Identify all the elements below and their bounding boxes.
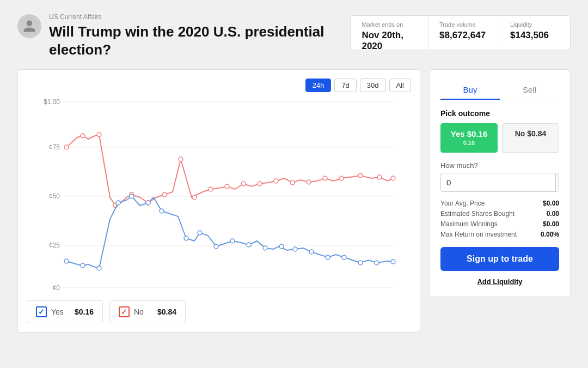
stat-roi: Max Return on investment 0.00% [440, 231, 559, 238]
svg-point-34 [116, 201, 120, 205]
how-much-label: How much? [440, 161, 559, 170]
time-button-all[interactable]: All [389, 79, 411, 92]
avatar [17, 14, 41, 38]
svg-point-23 [274, 179, 278, 183]
outcome-buttons: Yes $0.160.16 No $0.84 [440, 123, 559, 153]
yes-checkbox: ✓ [36, 306, 47, 317]
time-button-24h[interactable]: 24h [305, 79, 332, 92]
liquidity-value: $143,506 [510, 30, 559, 41]
yes-outcome-button[interactable]: Yes $0.160.16 [440, 123, 498, 153]
svg-point-30 [391, 176, 395, 180]
svg-point-47 [326, 255, 330, 260]
svg-point-45 [293, 247, 297, 251]
market-ends-label: Market ends on [362, 21, 417, 28]
stat-avg-price: Your Avg. Price $0.00 [440, 200, 559, 207]
pick-outcome-label: Pick outcome [440, 109, 559, 118]
svg-point-22 [258, 182, 262, 186]
svg-point-26 [323, 176, 327, 180]
stat-shares-label: Estimated Shares Bought [440, 210, 514, 218]
svg-point-24 [290, 180, 295, 185]
no-tag-label: No [134, 307, 144, 316]
stat-roi-value: 0.00% [541, 231, 559, 238]
svg-point-39 [198, 231, 202, 235]
no-outcome-tag: ✓ No $0.84 [109, 300, 186, 323]
trade-panel: Buy Sell Pick outcome Yes $0.160.16 No $… [429, 69, 571, 297]
svg-point-36 [146, 201, 150, 205]
chart-svg: $1.00 ¢75 ¢50 ¢25 ¢0 [27, 96, 411, 293]
svg-point-32 [81, 263, 85, 268]
no-checkbox: ✓ [119, 306, 130, 317]
svg-point-42 [247, 243, 251, 247]
stat-avg-price-label: Your Avg. Price [440, 200, 485, 207]
time-button-7d[interactable]: 7d [334, 79, 356, 92]
svg-point-20 [225, 184, 229, 189]
stat-shares: Estimated Shares Bought 0.00 [440, 210, 559, 218]
svg-point-35 [130, 194, 134, 198]
svg-point-25 [307, 180, 311, 184]
category-label: US Current Affairs [49, 13, 350, 21]
add-liquidity-link[interactable]: Add Liquidity [440, 277, 559, 286]
yes-tag-label: Yes [51, 307, 64, 316]
yes-outcome-tag: ✓ Yes $0.16 [27, 300, 103, 323]
no-tag-price: $0.84 [157, 307, 176, 316]
market-ends-value: Nov 20th, 2020 [362, 30, 417, 50]
svg-point-40 [214, 244, 218, 249]
chart-area: $1.00 ¢75 ¢50 ¢25 ¢0 [27, 96, 411, 293]
market-ends-stat: Market ends on Nov 20th, 2020 [351, 16, 428, 50]
amount-input[interactable] [441, 173, 555, 191]
stat-roi-label: Max Return on investment [440, 231, 517, 238]
svg-text:¢0: ¢0 [53, 284, 60, 292]
page-title: Will Trump win the 2020 U.S. presidentia… [49, 23, 350, 58]
svg-point-46 [309, 250, 314, 254]
tab-sell[interactable]: Sell [500, 81, 559, 100]
trade-volume-value: $8,672,647 [439, 30, 488, 41]
stat-max-winnings-label: Maximum Winnings [440, 220, 498, 228]
svg-point-28 [358, 173, 363, 178]
stat-max-winnings-value: $0.00 [543, 220, 559, 228]
main-content: 24h 7d 30d All $1.00 ¢75 ¢50 ¢25 ¢0 [17, 69, 571, 333]
amount-input-row: USDC [440, 173, 559, 192]
trade-volume-stat: Trade volume $8,672,647 [428, 16, 499, 50]
time-button-30d[interactable]: 30d [360, 79, 386, 92]
svg-point-21 [241, 182, 246, 186]
svg-point-18 [192, 195, 197, 200]
svg-point-33 [97, 266, 101, 270]
stat-shares-value: 0.00 [547, 210, 559, 218]
svg-text:¢75: ¢75 [49, 143, 60, 151]
svg-point-27 [339, 176, 344, 180]
svg-point-29 [377, 175, 382, 179]
trade-stats: Your Avg. Price $0.00 Estimated Shares B… [440, 200, 559, 238]
svg-point-51 [391, 260, 395, 264]
svg-text:¢50: ¢50 [49, 192, 60, 200]
svg-point-38 [184, 236, 188, 240]
svg-point-31 [64, 259, 69, 263]
bottom-outcome-bar: ✓ Yes $0.16 ✓ No $0.84 [27, 300, 411, 323]
tab-buy[interactable]: Buy [440, 81, 500, 100]
liquidity-label: Liquidity [510, 21, 559, 28]
stat-avg-price-value: $0.00 [543, 200, 559, 207]
stat-max-winnings: Maximum Winnings $0.00 [440, 220, 559, 228]
chart-controls: 24h 7d 30d All [27, 79, 411, 92]
no-outcome-button[interactable]: No $0.84 [502, 123, 559, 153]
svg-point-12 [97, 132, 101, 137]
page-header: US Current Affairs Will Trump win the 20… [17, 13, 571, 58]
svg-point-41 [230, 239, 235, 243]
svg-point-48 [342, 255, 346, 260]
svg-text:¢25: ¢25 [49, 242, 60, 249]
svg-point-16 [162, 192, 167, 197]
svg-point-17 [179, 157, 183, 161]
market-stats: Market ends on Nov 20th, 2020 Trade volu… [350, 15, 571, 50]
svg-point-37 [160, 209, 164, 213]
trade-tabs: Buy Sell [440, 81, 559, 100]
svg-point-11 [81, 134, 85, 138]
svg-point-10 [64, 145, 69, 149]
svg-point-43 [263, 246, 267, 250]
svg-point-50 [375, 261, 379, 265]
chart-panel: 24h 7d 30d All $1.00 ¢75 ¢50 ¢25 ¢0 [17, 69, 420, 333]
svg-point-19 [209, 187, 213, 191]
liquidity-stat: Liquidity $143,506 [499, 16, 570, 50]
sign-up-button[interactable]: Sign up to trade [440, 247, 559, 271]
svg-text:$1.00: $1.00 [44, 98, 60, 106]
svg-point-44 [279, 244, 284, 249]
amount-unit: USDC [555, 173, 559, 191]
